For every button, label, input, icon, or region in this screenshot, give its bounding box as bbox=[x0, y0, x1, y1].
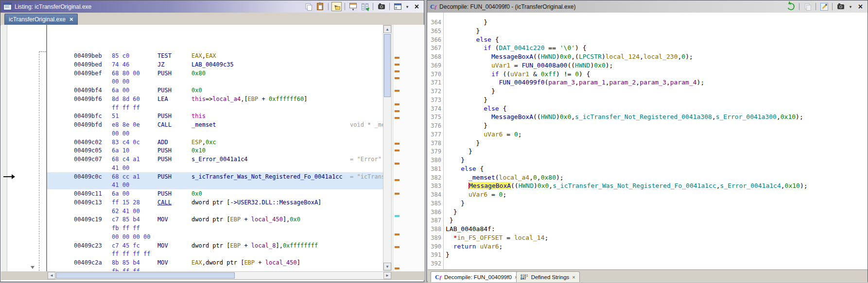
window-menu-icon[interactable] bbox=[393, 2, 403, 11]
listing-content[interactable]: 00409beb85 c0TESTEAX,EAX00409bed74 46JZL… bbox=[1, 25, 424, 271]
decompile-line[interactable]: 384uVar6 = 0; bbox=[428, 190, 868, 199]
listing-row[interactable]: ff ff ff ff bbox=[47, 250, 383, 258]
decompile-line[interactable]: 378} bbox=[428, 139, 868, 148]
mnemonic-field[interactable]: PUSH bbox=[157, 112, 172, 120]
mnemonic-field[interactable]: MOV bbox=[157, 258, 168, 267]
bytes-field[interactable]: 41 00 bbox=[112, 181, 129, 189]
bytes-field[interactable]: 85 c0 bbox=[112, 51, 129, 60]
operand-field[interactable]: 0x80 bbox=[191, 69, 206, 78]
decompile-line[interactable]: 390return uVar6; bbox=[428, 242, 868, 251]
bytes-field[interactable]: ff ff ff ff bbox=[112, 250, 150, 258]
code-text[interactable]: } bbox=[484, 121, 487, 130]
decompile-line[interactable]: 369uVar1 = FUN_00408a00((HWND)0x0); bbox=[428, 61, 868, 70]
mnemonic-field[interactable]: ADD bbox=[157, 138, 168, 147]
operand-field[interactable]: ESP,0xc bbox=[191, 138, 216, 147]
listing-row[interactable]: 00409c0283 c4 0cADDESP,0xc bbox=[47, 138, 383, 147]
scroll-up-icon[interactable]: ▲ bbox=[383, 25, 391, 33]
bytes-field[interactable]: c7 85 b4 bbox=[112, 215, 140, 224]
bytes-field[interactable]: 6a 00 bbox=[112, 86, 129, 95]
code-text[interactable]: } bbox=[450, 216, 453, 225]
code-text[interactable]: MessageBoxA((HWND)0x0,s_icTransfer_Was_N… bbox=[469, 182, 808, 190]
operand-field[interactable]: dword ptr [EBP + local_8],0xffffffff bbox=[191, 241, 318, 250]
listing-row[interactable]: 62 41 00 bbox=[47, 207, 383, 216]
decompile-line[interactable]: 373} bbox=[428, 96, 868, 104]
diff-view-icon[interactable] bbox=[360, 2, 370, 11]
bytes-field[interactable]: 00 00 bbox=[112, 129, 129, 138]
decompile-line[interactable]: 374else { bbox=[428, 104, 868, 113]
bytes-field[interactable]: 6a 00 bbox=[112, 189, 129, 198]
copy-icon[interactable] bbox=[303, 2, 313, 11]
listing-row[interactable]: 00409c116a 00PUSH0x0 bbox=[47, 189, 383, 198]
address-field[interactable]: 00409bef bbox=[74, 69, 102, 78]
address-field[interactable]: 00409c2a bbox=[74, 258, 102, 267]
address-field[interactable]: 00409c19 bbox=[74, 215, 102, 224]
decompile-line[interactable]: 367if (DAT_0041c220 == '\0') { bbox=[428, 44, 868, 52]
code-text[interactable]: } bbox=[476, 27, 480, 35]
code-text[interactable]: if ((uVar1 & 0xff) != 0) { bbox=[491, 70, 590, 79]
bytes-field[interactable]: 68 80 00 bbox=[112, 69, 140, 78]
decompile-line[interactable]: 387} bbox=[428, 216, 868, 225]
mnemonic-field[interactable]: PUSH bbox=[157, 86, 172, 95]
operand-field[interactable]: 0x0 bbox=[191, 189, 202, 198]
code-text[interactable]: uVar1 = FUN_00408a00((HWND)0x0); bbox=[491, 61, 613, 70]
cursor-select-icon[interactable] bbox=[331, 2, 342, 11]
mnemonic-field[interactable]: PUSH bbox=[157, 189, 172, 198]
listing-row[interactable]: 00409c13ff 15 28CALLdword ptr [->USER32.… bbox=[47, 198, 383, 207]
address-field[interactable]: 00409c02 bbox=[74, 138, 102, 147]
bytes-field[interactable]: fb ff ff bbox=[112, 224, 140, 233]
listing-row[interactable]: 00409bfde8 8e 0eCALL_memsetvoid * _memse bbox=[47, 120, 383, 129]
bytes-field[interactable]: 62 41 00 bbox=[112, 207, 140, 216]
copy-icon[interactable] bbox=[802, 2, 813, 11]
decompile-line[interactable]: 392 bbox=[428, 259, 868, 268]
decompile-line[interactable]: 391} bbox=[428, 250, 868, 259]
address-field[interactable]: 00409bed bbox=[74, 60, 102, 69]
code-text[interactable]: } bbox=[476, 139, 480, 148]
bytes-field[interactable]: 83 c4 0c bbox=[112, 138, 140, 147]
mnemonic-field[interactable]: MOV bbox=[157, 215, 168, 224]
code-text[interactable]: *in_FS_OFFSET = local_14; bbox=[453, 233, 549, 242]
decompile-line[interactable]: 385} bbox=[428, 199, 868, 208]
bytes-field[interactable]: ff 15 28 bbox=[112, 198, 140, 207]
address-field[interactable]: 00409bfd bbox=[74, 120, 102, 129]
address-field[interactable]: 00409beb bbox=[74, 51, 102, 60]
address-field[interactable]: 00409bf6 bbox=[74, 95, 102, 103]
code-text[interactable]: uVar6 = 0; bbox=[469, 190, 506, 199]
decompile-line[interactable]: 370if ((uVar1 & 0xff) != 0) { bbox=[428, 70, 868, 79]
listing-hscrollbar[interactable]: ◄ ► bbox=[1, 271, 424, 280]
decompile-line[interactable]: 389*in_FS_OFFSET = local_14; bbox=[428, 233, 868, 242]
code-text[interactable]: } bbox=[484, 96, 487, 104]
operand-field[interactable]: EAX,dword ptr [EBP + local_450] bbox=[191, 258, 300, 267]
code-text[interactable]: } bbox=[469, 147, 472, 156]
hscroll-thumb[interactable] bbox=[56, 272, 235, 279]
address-field[interactable]: 00409c13 bbox=[74, 198, 102, 207]
decompile-line[interactable]: 366else { bbox=[428, 35, 868, 44]
bytes-field[interactable]: 51 bbox=[112, 112, 119, 120]
mnemonic-field[interactable]: PUSH bbox=[157, 172, 172, 181]
refresh-icon[interactable] bbox=[786, 2, 796, 11]
code-text[interactable]: LAB_0040a84f: bbox=[446, 225, 495, 233]
code-text[interactable]: if (DAT_0041c220 == '\0') { bbox=[484, 44, 586, 52]
operand-field[interactable]: 0x0 bbox=[191, 86, 202, 95]
decompile-line[interactable]: 376} bbox=[428, 121, 868, 130]
decompile-line[interactable]: 364} bbox=[428, 18, 868, 27]
decompile-close-icon[interactable]: × bbox=[855, 2, 866, 11]
listing-row[interactable]: 41 00 bbox=[47, 181, 383, 189]
operand-field[interactable]: this bbox=[191, 112, 206, 120]
address-field[interactable]: 00409c11 bbox=[74, 189, 102, 198]
listing-row[interactable]: 00409bf46a 00PUSH0x0 bbox=[47, 86, 383, 95]
listing-row[interactable]: 00409c0c68 cc a1PUSHs_icTransfer_Was_Not… bbox=[47, 172, 383, 181]
listing-row[interactable]: 00409bef68 80 00PUSH0x80 bbox=[47, 69, 383, 78]
operand-field[interactable]: 0x10 bbox=[191, 146, 206, 155]
code-text[interactable]: } bbox=[461, 199, 465, 208]
listing-row[interactable]: 00409bfc51PUSHthis bbox=[47, 112, 383, 120]
bytes-field[interactable]: fb ff ff bbox=[112, 267, 140, 271]
decompile-code-area[interactable]: 364}365}366else {367if (DAT_0041c220 == … bbox=[428, 13, 868, 269]
code-text[interactable]: } bbox=[461, 156, 465, 165]
tab-ictransferoriginal[interactable]: icTransferOriginal.exe × bbox=[4, 14, 78, 25]
decompile-line[interactable]: 371FUN_004099f0(param_3,param_1,param_2,… bbox=[428, 78, 868, 87]
operand-field[interactable]: dword ptr [->USER32.DLL::MessageBoxA] bbox=[191, 198, 321, 207]
decompile-line[interactable]: 383MessageBoxA((HWND)0x0,s_icTransfer_Wa… bbox=[428, 182, 868, 190]
code-text[interactable]: } bbox=[446, 250, 450, 259]
code-text[interactable]: FUN_004099f0(param_3,param_1,param_2,par… bbox=[499, 78, 705, 87]
mnemonic-field[interactable]: TEST bbox=[157, 51, 172, 60]
